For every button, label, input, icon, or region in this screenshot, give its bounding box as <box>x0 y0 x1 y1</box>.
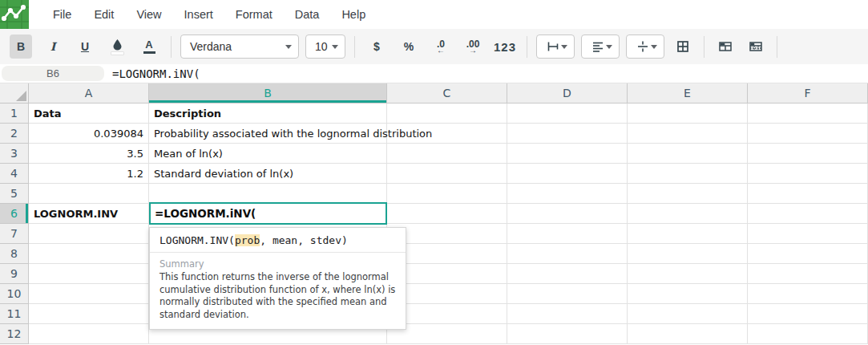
menu-item-format[interactable]: Format <box>224 0 284 29</box>
menu-item-help[interactable]: Help <box>330 0 377 29</box>
cell-a5[interactable] <box>29 184 149 204</box>
cell-e2[interactable] <box>628 124 748 144</box>
cell-b4[interactable]: Standard deviation of ln(x) <box>149 164 387 184</box>
currency-format-button[interactable]: $ <box>365 34 388 59</box>
cell-e3[interactable] <box>628 144 748 164</box>
row-header-7[interactable]: 7 <box>0 224 29 244</box>
cell-c1[interactable] <box>387 104 507 124</box>
cell-b2[interactable]: Probability associated with the lognorma… <box>149 124 387 144</box>
cell-f12[interactable] <box>748 324 868 344</box>
select-all-corner[interactable] <box>0 83 29 104</box>
row-header-2[interactable]: 2 <box>0 124 29 144</box>
cell-e9[interactable] <box>628 264 748 284</box>
percent-format-button[interactable]: % <box>398 34 420 59</box>
cell-c4[interactable] <box>387 164 507 184</box>
row-header-10[interactable]: 10 <box>0 284 29 304</box>
cell-e12[interactable] <box>628 324 748 344</box>
cell-d7[interactable] <box>507 224 628 244</box>
column-header-d[interactable]: D <box>507 83 628 104</box>
row-header-12[interactable]: 12 <box>0 324 29 344</box>
vertical-align-select[interactable] <box>626 34 664 59</box>
column-header-f[interactable]: F <box>748 83 868 104</box>
menu-item-data[interactable]: Data <box>284 0 331 29</box>
column-header-b[interactable]: B <box>149 83 387 104</box>
row-header-8[interactable]: 8 <box>0 244 29 264</box>
italic-button[interactable]: I <box>42 34 64 59</box>
cell-d6[interactable] <box>507 204 628 224</box>
menu-item-insert[interactable]: Insert <box>173 0 224 29</box>
cell-f8[interactable] <box>748 244 868 264</box>
cell-e11[interactable] <box>628 304 748 324</box>
cell-editor[interactable]: =LOGNORM.iNV( <box>149 202 387 225</box>
cell-a2[interactable]: 0.039084 <box>29 124 149 144</box>
merge-cells-button[interactable] <box>714 34 737 59</box>
cell-e6[interactable] <box>628 204 748 224</box>
row-header-11[interactable]: 11 <box>0 304 29 324</box>
cell-f10[interactable] <box>748 284 868 304</box>
cell-e7[interactable] <box>628 224 748 244</box>
cell-b5[interactable] <box>149 184 387 204</box>
cell-a1[interactable]: Data <box>29 104 149 124</box>
cell-d11[interactable] <box>507 304 628 324</box>
font-size-select[interactable]: 10 <box>305 34 345 59</box>
cell-f5[interactable] <box>748 184 868 204</box>
cell-c6[interactable] <box>387 204 507 224</box>
cell-f6[interactable] <box>748 204 868 224</box>
cell-a3[interactable]: 3.5 <box>29 144 149 164</box>
underline-button[interactable]: U <box>74 34 96 59</box>
cell-c3[interactable] <box>387 144 507 164</box>
borders-button[interactable] <box>672 34 694 59</box>
column-header-a[interactable]: A <box>29 83 149 104</box>
cell-a7[interactable] <box>29 224 149 244</box>
fill-color-button[interactable] <box>106 34 128 59</box>
decrease-decimal-button[interactable]: .0 ← <box>430 34 452 59</box>
row-header-1[interactable]: 1 <box>0 104 29 124</box>
font-family-select[interactable]: Verdana <box>180 34 299 59</box>
cell-d2[interactable] <box>507 124 628 144</box>
cell-a6[interactable]: LOGNORM.INV <box>29 204 149 224</box>
row-header-4[interactable]: 4 <box>0 164 29 184</box>
cell-d12[interactable] <box>507 324 628 344</box>
row-header-6[interactable]: 6 <box>0 204 29 224</box>
menu-item-file[interactable]: File <box>42 0 83 29</box>
cell-e5[interactable] <box>628 184 748 204</box>
menu-item-edit[interactable]: Edit <box>83 0 125 29</box>
name-box[interactable]: B6 <box>2 66 104 81</box>
text-color-button[interactable]: A <box>138 34 160 59</box>
cell-a9[interactable] <box>29 264 149 284</box>
cell-a10[interactable] <box>29 284 149 304</box>
cell-d1[interactable] <box>507 104 628 124</box>
cell-f4[interactable] <box>748 164 868 184</box>
number-format-button[interactable]: 123 <box>494 34 516 59</box>
cell-f2[interactable] <box>748 124 868 144</box>
cell-b3[interactable]: Mean of ln(x) <box>149 144 387 164</box>
column-header-c[interactable]: C <box>387 83 507 104</box>
wrap-text-select[interactable] <box>536 34 575 59</box>
row-header-5[interactable]: 5 <box>0 184 29 204</box>
cell-f9[interactable] <box>748 264 868 284</box>
cell-e4[interactable] <box>628 164 748 184</box>
cell-d8[interactable] <box>507 244 628 264</box>
cell-f1[interactable] <box>748 104 868 124</box>
increase-decimal-button[interactable]: .00 → <box>462 34 484 59</box>
cell-e10[interactable] <box>628 284 748 304</box>
row-header-3[interactable]: 3 <box>0 144 29 164</box>
horizontal-align-select[interactable] <box>581 34 620 59</box>
menu-item-view[interactable]: View <box>125 0 172 29</box>
bold-button[interactable]: B <box>10 34 32 59</box>
cell-b1[interactable]: Description <box>149 104 387 124</box>
column-header-e[interactable]: E <box>628 83 748 104</box>
cell-d5[interactable] <box>507 184 628 204</box>
cell-f7[interactable] <box>748 224 868 244</box>
cell-f3[interactable] <box>748 144 868 164</box>
cell-f11[interactable] <box>748 304 868 324</box>
cell-d9[interactable] <box>507 264 628 284</box>
row-header-9[interactable]: 9 <box>0 264 29 284</box>
cell-a4[interactable]: 1.2 <box>29 164 149 184</box>
cell-d4[interactable] <box>507 164 628 184</box>
cell-a11[interactable] <box>29 304 149 324</box>
cell-a12[interactable] <box>29 324 149 344</box>
cell-c5[interactable] <box>387 184 507 204</box>
cell-e8[interactable] <box>628 244 748 264</box>
cell-d10[interactable] <box>507 284 628 304</box>
